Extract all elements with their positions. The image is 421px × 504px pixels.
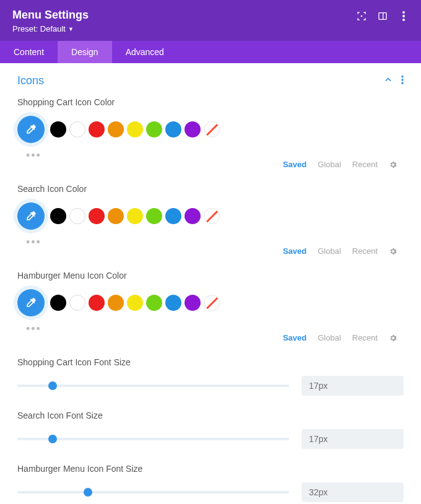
transparent-swatch[interactable] (204, 295, 220, 311)
swatch-row (17, 116, 404, 143)
preset-label: Preset: Default (12, 24, 66, 33)
header-actions (357, 11, 409, 21)
color-swatch[interactable] (165, 121, 181, 137)
kebab-menu-icon[interactable] (399, 11, 409, 21)
color-swatch[interactable] (184, 121, 201, 137)
svg-point-7 (401, 79, 404, 81)
color-swatch[interactable] (127, 121, 143, 137)
color-swatch[interactable] (89, 121, 105, 137)
modal-title: Menu Settings (12, 9, 89, 22)
palette-tabs: SavedGlobalRecent (17, 160, 404, 169)
palette-tab-global[interactable]: Global (318, 246, 341, 256)
color-field: Search Icon Color•••SavedGlobalRecent (17, 184, 404, 256)
color-swatch[interactable] (184, 208, 201, 224)
modal-header: Menu Settings Preset: Default ▼ (0, 0, 421, 41)
size-field: Hamburger Menu Icon Font Size32px (17, 464, 404, 502)
palette-tab-saved[interactable]: Saved (283, 333, 306, 342)
color-swatch[interactable] (50, 208, 66, 224)
color-field: Hamburger Menu Icon Color•••SavedGlobalR… (17, 271, 404, 342)
field-label: Shopping Cart Icon Font Size (17, 357, 404, 367)
transparent-swatch[interactable] (204, 208, 220, 224)
section-header: Icons (17, 74, 404, 87)
color-swatch[interactable] (127, 295, 143, 311)
size-input[interactable]: 17px (302, 429, 404, 449)
preset-selector[interactable]: Preset: Default ▼ (12, 24, 89, 33)
color-swatch[interactable] (69, 208, 85, 224)
color-swatch[interactable] (165, 295, 181, 311)
field-label: Search Icon Color (17, 184, 404, 194)
field-label: Hamburger Menu Icon Color (17, 271, 404, 280)
color-swatch[interactable] (108, 295, 124, 311)
main-tabs: Content Design Advanced (0, 41, 421, 63)
transparent-swatch[interactable] (204, 121, 220, 137)
palette-tabs: SavedGlobalRecent (17, 246, 404, 256)
tab-design[interactable]: Design (58, 41, 112, 63)
palette-tab-saved[interactable]: Saved (283, 160, 306, 169)
size-slider[interactable] (17, 438, 289, 440)
size-slider[interactable] (17, 385, 289, 387)
svg-point-3 (402, 11, 405, 14)
focus-icon[interactable] (357, 11, 367, 21)
color-swatch[interactable] (89, 295, 105, 311)
palette-tab-recent[interactable]: Recent (352, 160, 378, 169)
size-slider[interactable] (17, 491, 289, 493)
palette-tab-global[interactable]: Global (318, 333, 341, 342)
color-swatch[interactable] (146, 208, 162, 224)
palette-tab-recent[interactable]: Recent (352, 246, 378, 256)
color-swatch[interactable] (69, 121, 85, 137)
color-field: Shopping Cart Icon Color•••SavedGlobalRe… (17, 97, 404, 169)
slider-knob[interactable] (84, 488, 92, 497)
color-swatch[interactable] (50, 295, 66, 311)
color-swatch[interactable] (108, 208, 124, 224)
color-swatch[interactable] (165, 208, 181, 224)
icons-section: Icons Shopping Cart Icon Color•••SavedGl… (0, 63, 421, 502)
color-swatch[interactable] (184, 295, 201, 311)
svg-point-0 (361, 15, 363, 17)
section-title: Icons (17, 74, 44, 87)
svg-point-6 (401, 76, 404, 78)
slider-knob[interactable] (48, 381, 57, 390)
panel-icon[interactable] (378, 11, 388, 21)
palette-tabs: SavedGlobalRecent (17, 333, 404, 342)
color-swatch[interactable] (69, 295, 85, 311)
gear-icon[interactable] (389, 247, 397, 256)
slider-row: 32px (17, 482, 404, 502)
slider-row: 17px (17, 429, 404, 449)
field-label: Shopping Cart Icon Color (17, 97, 404, 107)
slider-row: 17px (17, 376, 404, 396)
collapse-icon[interactable] (384, 76, 393, 87)
section-actions (384, 76, 404, 87)
tab-advanced[interactable]: Advanced (112, 41, 178, 63)
palette-tab-saved[interactable]: Saved (283, 246, 306, 256)
size-field: Search Icon Font Size17px (17, 411, 404, 449)
gear-icon[interactable] (389, 334, 397, 342)
eyedropper-button[interactable] (17, 202, 45, 230)
palette-tab-recent[interactable]: Recent (352, 333, 378, 342)
palette-tab-global[interactable]: Global (318, 160, 341, 169)
gear-icon[interactable] (389, 160, 397, 169)
swatch-row (17, 202, 404, 230)
field-label: Search Icon Font Size (17, 411, 404, 420)
color-swatch[interactable] (89, 208, 105, 224)
eyedropper-button[interactable] (17, 116, 45, 143)
section-menu-icon[interactable] (401, 76, 404, 87)
svg-point-8 (401, 82, 404, 84)
header-left: Menu Settings Preset: Default ▼ (12, 9, 89, 33)
svg-point-5 (402, 19, 405, 21)
size-field: Shopping Cart Icon Font Size17px (17, 357, 404, 396)
svg-point-4 (402, 15, 405, 17)
size-input[interactable]: 32px (302, 482, 404, 502)
slider-knob[interactable] (48, 435, 57, 443)
caret-down-icon: ▼ (68, 26, 74, 32)
swatch-row (17, 289, 404, 316)
color-swatch[interactable] (50, 121, 66, 137)
eyedropper-button[interactable] (17, 289, 45, 316)
tab-content[interactable]: Content (0, 41, 58, 63)
size-input[interactable]: 17px (302, 376, 404, 396)
color-swatch[interactable] (108, 121, 124, 137)
color-swatch[interactable] (127, 208, 143, 224)
color-swatch[interactable] (146, 121, 162, 137)
field-label: Hamburger Menu Icon Font Size (17, 464, 404, 474)
color-swatch[interactable] (146, 295, 162, 311)
